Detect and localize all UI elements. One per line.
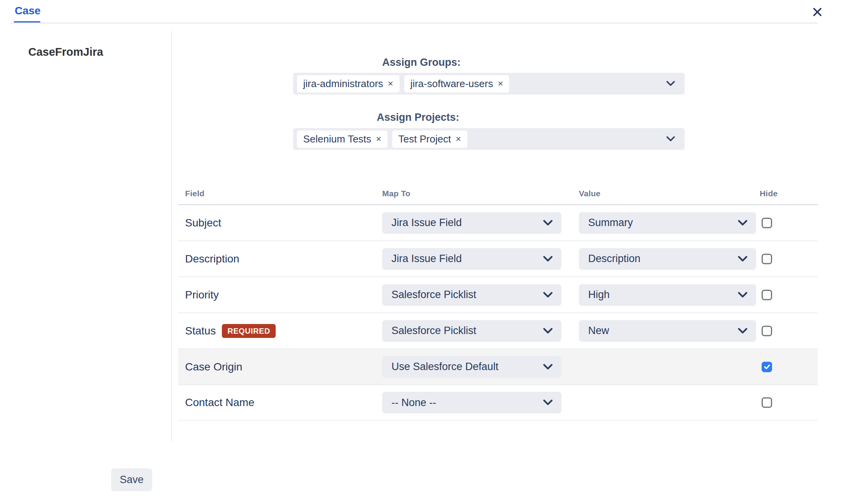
field-cell: Case Origin REQUIRED <box>185 361 242 373</box>
value-selected-value: High <box>588 289 610 301</box>
chip-label: jira-administrators <box>303 78 383 90</box>
map-to-selected-value: Salesforce Picklist <box>391 289 476 301</box>
chevron-down-icon <box>738 328 748 334</box>
column-header-hide: Hide <box>760 189 777 198</box>
chevron-down-icon <box>543 256 553 262</box>
chevron-down-icon <box>543 328 553 334</box>
field-cell: Contact Name REQUIRED <box>185 396 254 409</box>
value-select[interactable]: Description <box>579 248 756 270</box>
field-label: Case Origin <box>185 361 242 373</box>
assign-projects-label: Assign Projects: <box>377 111 459 123</box>
assign-groups-chips: jira-administrators × jira-software-user… <box>297 75 509 93</box>
map-to-selected-value: -- None -- <box>391 397 436 409</box>
field-mapping-table: Field Map To Value Hide Subject REQUIRED… <box>178 186 818 421</box>
remove-chip-icon[interactable]: × <box>456 134 461 144</box>
panel-divider <box>172 31 172 442</box>
required-badge: REQUIRED <box>222 324 275 338</box>
map-to-select[interactable]: Jira Issue Field <box>382 212 561 234</box>
hide-checkbox[interactable] <box>762 218 772 228</box>
chevron-down-icon <box>666 81 675 86</box>
field-label: Status <box>185 325 216 337</box>
chevron-down-icon <box>666 136 675 142</box>
chevron-down-icon <box>738 292 748 298</box>
column-header-value: Value <box>579 189 601 198</box>
field-cell: Subject REQUIRED <box>185 217 221 229</box>
remove-chip-icon[interactable]: × <box>376 134 381 144</box>
save-button[interactable]: Save <box>111 468 152 491</box>
tab-case[interactable]: Case <box>15 5 41 17</box>
hide-checkbox[interactable] <box>762 398 772 408</box>
column-header-field: Field <box>185 189 204 198</box>
hide-checkbox[interactable] <box>762 290 772 300</box>
value-selected-value: Description <box>588 253 640 265</box>
column-header-map-to: Map To <box>382 189 410 198</box>
case-mapping-dialog: Case CaseFromJira Assign Groups: jira-ad… <box>0 0 841 504</box>
chip-label: Test Project <box>398 133 451 145</box>
table-row: Contact Name REQUIRED -- None -- <box>178 385 818 421</box>
map-to-select[interactable]: Salesforce Picklist <box>382 284 561 306</box>
chevron-down-icon <box>543 292 553 298</box>
map-to-select[interactable]: Use Salesforce Default <box>382 356 561 378</box>
table-row: Status REQUIRED Salesforce Picklist New <box>178 313 818 349</box>
value-select[interactable]: High <box>579 284 756 306</box>
chevron-down-icon <box>738 256 748 262</box>
field-cell: Priority REQUIRED <box>185 289 219 301</box>
remove-chip-icon[interactable]: × <box>498 79 503 88</box>
table-header-row: Field Map To Value Hide <box>178 186 818 205</box>
close-button[interactable] <box>810 4 825 20</box>
assign-projects-chips: Selenium Tests × Test Project × <box>297 130 467 148</box>
close-icon <box>812 7 823 17</box>
table-row: Subject REQUIRED Jira Issue Field Summar… <box>178 205 818 241</box>
map-to-selected-value: Jira Issue Field <box>391 253 462 265</box>
field-cell: Description REQUIRED <box>185 253 239 265</box>
value-select[interactable]: New <box>579 320 756 342</box>
assign-groups-label: Assign Groups: <box>382 57 461 69</box>
selected-option-chip: Test Project × <box>392 130 467 148</box>
map-to-select[interactable]: Salesforce Picklist <box>382 320 561 342</box>
table-row: Description REQUIRED Jira Issue Field De… <box>178 241 818 277</box>
hide-checkbox[interactable] <box>762 362 772 372</box>
check-icon <box>763 363 771 371</box>
assign-groups-select[interactable]: jira-administrators × jira-software-user… <box>293 73 685 94</box>
field-label: Subject <box>185 217 221 229</box>
chevron-down-icon <box>738 220 748 226</box>
field-label: Priority <box>185 289 219 301</box>
hide-checkbox[interactable] <box>762 326 772 336</box>
map-to-select[interactable]: -- None -- <box>382 392 561 413</box>
value-select[interactable]: Summary <box>579 212 756 234</box>
assign-projects-select[interactable]: Selenium Tests × Test Project × <box>293 128 685 150</box>
selected-option-chip: jira-administrators × <box>297 75 400 93</box>
chip-label: Selenium Tests <box>303 133 371 145</box>
field-label: Contact Name <box>185 396 254 409</box>
remove-chip-icon[interactable]: × <box>388 79 393 88</box>
chevron-down-icon <box>543 399 553 406</box>
tabbar-divider <box>10 22 818 24</box>
field-label: Description <box>185 253 239 265</box>
value-selected-value: Summary <box>588 217 633 229</box>
selected-option-chip: Selenium Tests × <box>297 130 388 148</box>
map-to-select[interactable]: Jira Issue Field <box>382 248 561 270</box>
chip-label: jira-software-users <box>410 78 493 90</box>
value-selected-value: New <box>588 325 609 337</box>
map-to-selected-value: Use Salesforce Default <box>391 361 498 373</box>
selected-option-chip: jira-software-users × <box>404 75 510 93</box>
table-row: Case Origin REQUIRED Use Salesforce Defa… <box>178 349 818 385</box>
hide-checkbox[interactable] <box>762 254 772 264</box>
map-to-selected-value: Jira Issue Field <box>391 217 462 229</box>
mapping-name-title: CaseFromJira <box>28 46 103 58</box>
table-row: Priority REQUIRED Salesforce Picklist Hi… <box>178 277 818 313</box>
map-to-selected-value: Salesforce Picklist <box>391 325 476 337</box>
chevron-down-icon <box>543 364 553 370</box>
field-cell: Status REQUIRED <box>185 324 276 338</box>
chevron-down-icon <box>543 220 553 226</box>
